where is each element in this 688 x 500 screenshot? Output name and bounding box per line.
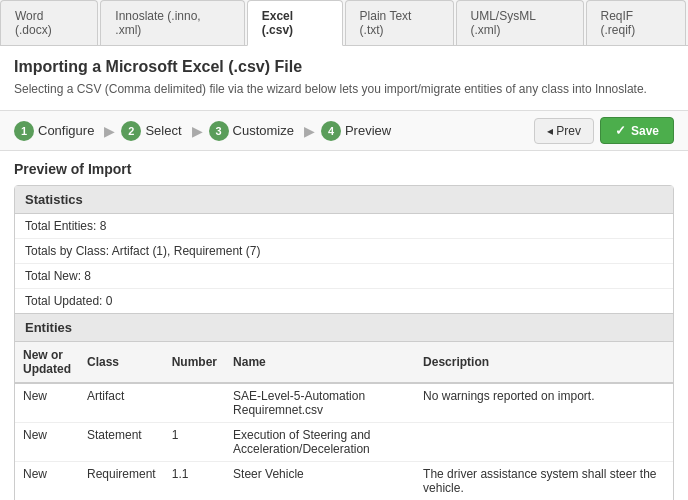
table-cell: The driver assistance system shall steer… xyxy=(415,462,673,501)
stat-row: Total New: 8 xyxy=(15,264,673,289)
table-cell xyxy=(415,423,673,462)
wizard-steps: 1Configure▶2Select▶3Customize▶4Preview xyxy=(14,121,534,141)
table-cell: Artifact xyxy=(79,383,164,423)
col-header-description: Description xyxy=(415,342,673,383)
statistics-rows: Total Entities: 8Totals by Class: Artifa… xyxy=(15,214,673,313)
save-label: Save xyxy=(631,124,659,138)
wizard-step-customize[interactable]: 3Customize xyxy=(209,121,294,141)
col-header-new-or-updated: New or Updated xyxy=(15,342,79,383)
statistics-header: Statistics xyxy=(15,186,673,214)
table-body: NewArtifactSAE-Level-5-Automation Requir… xyxy=(15,383,673,500)
step-arrow-1: ▶ xyxy=(192,123,203,139)
table-cell: New xyxy=(15,462,79,501)
table-cell: New xyxy=(15,383,79,423)
col-header-class: Class xyxy=(79,342,164,383)
wizard-step-preview[interactable]: 4Preview xyxy=(321,121,391,141)
step-label-2: Customize xyxy=(233,123,294,138)
table-cell: Steer Vehicle xyxy=(225,462,415,501)
table-row: NewArtifactSAE-Level-5-Automation Requir… xyxy=(15,383,673,423)
wizard-step-select[interactable]: 2Select xyxy=(121,121,181,141)
main-content: Preview of Import Statistics Total Entit… xyxy=(0,151,688,500)
page-title: Importing a Microsoft Excel (.csv) File xyxy=(14,58,674,76)
preview-panel: Statistics Total Entities: 8Totals by Cl… xyxy=(14,185,674,500)
step-num-3: 4 xyxy=(321,121,341,141)
wizard-step-configure[interactable]: 1Configure xyxy=(14,121,94,141)
step-label-1: Select xyxy=(145,123,181,138)
preview-section-title: Preview of Import xyxy=(14,161,674,177)
table-cell: New xyxy=(15,423,79,462)
tab-excel[interactable]: Excel (.csv) xyxy=(247,0,343,46)
table-cell: 1 xyxy=(164,423,225,462)
step-arrow-2: ▶ xyxy=(304,123,315,139)
table-header: New or UpdatedClassNumberNameDescription xyxy=(15,342,673,383)
stat-row: Total Updated: 0 xyxy=(15,289,673,313)
wizard-bar: 1Configure▶2Select▶3Customize▶4Preview ◂… xyxy=(0,110,688,151)
save-button[interactable]: ✓ Save xyxy=(600,117,674,144)
table-cell xyxy=(164,383,225,423)
tab-reqif[interactable]: ReqIF (.reqif) xyxy=(586,0,687,45)
entities-header: Entities xyxy=(15,313,673,342)
tab-uml[interactable]: UML/SysML (.xml) xyxy=(456,0,584,45)
top-tab-bar: Word (.docx)Innoslate (.inno, .xml)Excel… xyxy=(0,0,688,46)
step-label-0: Configure xyxy=(38,123,94,138)
step-num-2: 3 xyxy=(209,121,229,141)
table-cell: No warnings reported on import. xyxy=(415,383,673,423)
stat-row: Totals by Class: Artifact (1), Requireme… xyxy=(15,239,673,264)
entities-table: New or UpdatedClassNumberNameDescription… xyxy=(15,342,673,500)
table-cell: Execution of Steering and Acceleration/D… xyxy=(225,423,415,462)
check-icon: ✓ xyxy=(615,123,626,138)
col-header-name: Name xyxy=(225,342,415,383)
col-header-number: Number xyxy=(164,342,225,383)
tab-plaintext[interactable]: Plain Text (.txt) xyxy=(345,0,454,45)
step-arrow-0: ▶ xyxy=(104,123,115,139)
table-row: NewRequirement1.1Steer VehicleThe driver… xyxy=(15,462,673,501)
table-cell: 1.1 xyxy=(164,462,225,501)
wizard-actions: ◂ Prev ✓ Save xyxy=(534,117,674,144)
step-num-1: 2 xyxy=(121,121,141,141)
tab-innoslate[interactable]: Innoslate (.inno, .xml) xyxy=(100,0,244,45)
page-header: Importing a Microsoft Excel (.csv) File … xyxy=(0,46,688,110)
table-cell: Requirement xyxy=(79,462,164,501)
step-num-0: 1 xyxy=(14,121,34,141)
table-cell: Statement xyxy=(79,423,164,462)
tab-word[interactable]: Word (.docx) xyxy=(0,0,98,45)
page-description: Selecting a CSV (Comma delimited) file v… xyxy=(14,82,674,96)
table-row: NewStatement1Execution of Steering and A… xyxy=(15,423,673,462)
table-cell: SAE-Level-5-Automation Requiremnet.csv xyxy=(225,383,415,423)
stat-row: Total Entities: 8 xyxy=(15,214,673,239)
step-label-3: Preview xyxy=(345,123,391,138)
prev-button[interactable]: ◂ Prev xyxy=(534,118,594,144)
